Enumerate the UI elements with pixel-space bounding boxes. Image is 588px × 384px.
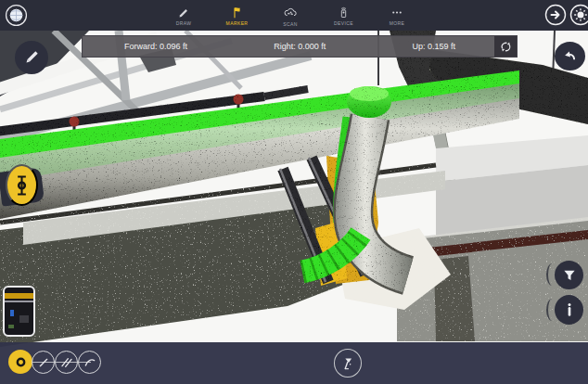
tab-marker[interactable]: MARKER bbox=[213, 2, 262, 30]
camera-preview-thumbnail[interactable] bbox=[3, 286, 35, 337]
measure-right: Right: 0.000 ft bbox=[274, 42, 326, 51]
info-button[interactable] bbox=[555, 295, 583, 325]
tab-more[interactable]: MORE bbox=[373, 2, 421, 30]
parallel-tool-icon bbox=[59, 355, 74, 370]
draw-tool-icon bbox=[21, 47, 42, 68]
device-icon bbox=[337, 6, 351, 19]
filter-button[interactable] bbox=[555, 261, 583, 289]
tab-scan-label: SCAN bbox=[283, 21, 298, 27]
tab-device-label: DEVICE bbox=[334, 20, 353, 26]
undo-button[interactable] bbox=[555, 42, 585, 70]
draw-tool-button[interactable] bbox=[15, 41, 48, 74]
scanner-position-button[interactable] bbox=[334, 349, 362, 378]
tab-marker-label: MARKER bbox=[226, 20, 249, 26]
undo-icon bbox=[561, 47, 580, 66]
tab-scan[interactable]: SCAN bbox=[266, 2, 314, 30]
thumbnail-detail bbox=[8, 325, 14, 328]
line-tool-icon bbox=[36, 355, 51, 370]
vertical-move-icon bbox=[13, 172, 31, 199]
reset-measure-button[interactable] bbox=[494, 36, 517, 57]
flag-icon bbox=[230, 6, 244, 19]
vertical-move-button[interactable] bbox=[6, 164, 38, 206]
filter-icon bbox=[561, 267, 578, 284]
arc-tool-button[interactable] bbox=[78, 351, 101, 374]
globe-icon[interactable] bbox=[5, 4, 28, 27]
pointcloud-viewport[interactable] bbox=[0, 0, 588, 384]
scan-cloud-icon bbox=[283, 6, 298, 20]
more-dots-icon bbox=[390, 6, 404, 19]
measurement-bar: Forward: 0.096 ft Right: 0.000 ft Up: 0.… bbox=[82, 35, 518, 58]
measure-forward: Forward: 0.096 ft bbox=[124, 42, 187, 51]
pencil-icon bbox=[177, 6, 191, 19]
thumbnail-line bbox=[5, 301, 33, 302]
pointcloud-scene bbox=[0, 0, 588, 384]
line-tool-button[interactable] bbox=[32, 351, 55, 374]
main-nav: DRAW MARKER bbox=[160, 2, 421, 30]
thumbnail-detail bbox=[19, 315, 29, 323]
sun-icon[interactable] bbox=[569, 4, 588, 26]
measure-up: Up: 0.159 ft bbox=[412, 42, 455, 51]
tab-device[interactable]: DEVICE bbox=[320, 2, 368, 30]
tab-more-label: MORE bbox=[390, 20, 405, 26]
scanner-tool-icon bbox=[339, 355, 356, 372]
top-bar-right bbox=[544, 4, 588, 26]
info-icon bbox=[561, 301, 578, 319]
thumbnail-content bbox=[5, 293, 33, 299]
sync-icon bbox=[498, 39, 514, 55]
top-toolbar: DRAW MARKER bbox=[0, 0, 588, 31]
parallel-tool-button[interactable] bbox=[55, 351, 78, 374]
tab-draw[interactable]: DRAW bbox=[160, 2, 208, 30]
forward-arrow-icon[interactable] bbox=[544, 4, 567, 26]
arc-tool-icon bbox=[83, 355, 97, 370]
tab-draw-label: DRAW bbox=[176, 20, 192, 26]
pointcloud-scanner-app: DRAW MARKER bbox=[0, 0, 588, 384]
point-tool-button[interactable] bbox=[8, 350, 32, 374]
point-tool-icon bbox=[13, 354, 29, 370]
thumbnail-detail bbox=[10, 310, 14, 316]
